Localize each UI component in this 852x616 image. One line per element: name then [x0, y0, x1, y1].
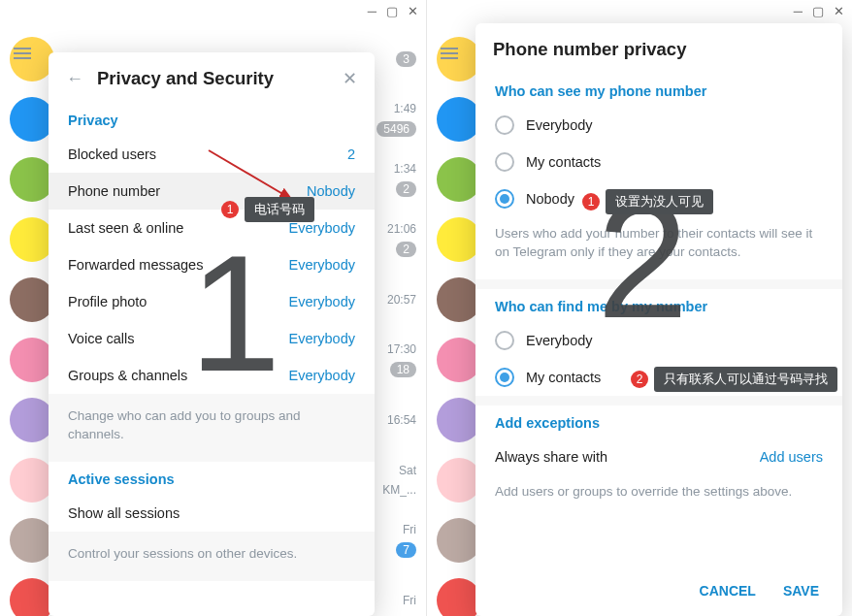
radio-label: My contacts: [526, 370, 601, 385]
privacy-row[interactable]: Blocked users2: [49, 136, 375, 173]
privacy-row[interactable]: Forwarded messagesEverybody: [49, 246, 375, 283]
annotation-r1: 1 设置为没人可见: [582, 189, 713, 214]
row-value: Everybody: [288, 294, 355, 309]
radio-label: My contacts: [526, 154, 601, 170]
back-arrow-icon[interactable]: ←: [66, 69, 83, 89]
radio-option[interactable]: My contacts: [475, 144, 842, 180]
radio-icon: [495, 152, 514, 172]
privacy-security-modal: ← Privacy and Security ✕ Privacy Blocked…: [49, 52, 375, 616]
row-label: Last seen & online: [68, 220, 183, 236]
row-label: Profile photo: [68, 294, 147, 309]
row-value: Everybody: [288, 257, 355, 273]
row-label: Phone number: [68, 183, 160, 199]
radio-label: Everybody: [526, 333, 593, 348]
modal-title: Privacy and Security: [97, 68, 274, 89]
section-who-find-title: Who can find me by my number: [475, 289, 842, 322]
modal-footer: CANCEL SAVE: [475, 567, 842, 616]
add-users-link[interactable]: Add users: [760, 449, 823, 465]
save-button[interactable]: SAVE: [783, 583, 819, 599]
radio-icon: [495, 331, 514, 350]
section-sessions-title: Active sessions: [49, 462, 375, 495]
modal-header: Phone number privacy: [475, 23, 842, 74]
annotation-r2: 2 只有联系人可以通过号码寻找: [631, 367, 837, 392]
privacy-row[interactable]: Phone numberNobody: [49, 173, 375, 210]
annotation-text: 设置为没人可见: [606, 189, 713, 214]
section-privacy-title: Privacy: [49, 103, 375, 136]
always-share-row[interactable]: Always share with Add users: [475, 438, 842, 475]
row-label: Forwarded messages: [68, 257, 203, 273]
radio-icon: [495, 368, 514, 387]
annotation-number: 1: [582, 193, 600, 211]
row-label: Voice calls: [68, 331, 135, 346]
row-label: Blocked users: [68, 146, 156, 162]
radio-icon: [495, 189, 514, 209]
privacy-row[interactable]: Profile photoEverybody: [49, 283, 375, 320]
radio-label: Everybody: [526, 117, 593, 133]
row-label: Groups & channels: [68, 368, 187, 383]
modal-title: Phone number privacy: [493, 39, 686, 60]
annotation-number: 1: [221, 201, 239, 218]
radio-icon: [495, 115, 514, 135]
annotation-text: 只有联系人可以通过号码寻找: [654, 367, 837, 392]
phone-number-privacy-modal: Phone number privacy Who can see my phon…: [475, 23, 842, 616]
row-value: Everybody: [288, 331, 355, 346]
privacy-row[interactable]: Groups & channelsEverybody: [49, 357, 375, 394]
cancel-button[interactable]: CANCEL: [700, 583, 756, 599]
row-label: Always share with: [495, 449, 607, 465]
screenshot-1: ─ ▢ ✕ 31:4954961:34221:06220:5717:301816…: [0, 0, 426, 616]
section-who-see-title: Who can see my phone number: [475, 74, 842, 107]
privacy-note: Change who can add you to groups and cha…: [49, 394, 375, 462]
show-all-sessions-row[interactable]: Show all sessions: [49, 495, 375, 532]
modal-header: ← Privacy and Security ✕: [49, 52, 375, 103]
row-label: Show all sessions: [68, 505, 180, 521]
annotation-1: 1 电话号码: [221, 197, 314, 222]
privacy-row[interactable]: Last seen & onlineEverybody: [49, 210, 375, 246]
radio-label: Nobody: [526, 191, 574, 207]
radio-option[interactable]: Everybody: [475, 322, 842, 359]
privacy-row[interactable]: Voice callsEverybody: [49, 320, 375, 357]
row-value: Everybody: [288, 220, 355, 236]
row-value: Everybody: [288, 368, 355, 383]
annotation-number: 2: [631, 371, 648, 388]
close-icon[interactable]: ✕: [343, 68, 357, 89]
who-see-note: Users who add your number to their conta…: [475, 217, 842, 279]
annotation-text: 电话号码: [245, 197, 314, 222]
row-value: 2: [347, 146, 355, 162]
radio-option[interactable]: Everybody: [475, 107, 842, 144]
exceptions-note: Add users or groups to override the sett…: [475, 475, 842, 519]
screenshot-2: ─ ▢ ✕ 31:494961:34221:06220:5717:301816:…: [426, 0, 852, 616]
sessions-note: Control your sessions on other devices.: [49, 532, 375, 581]
section-exceptions-title: Add exceptions: [475, 405, 842, 438]
